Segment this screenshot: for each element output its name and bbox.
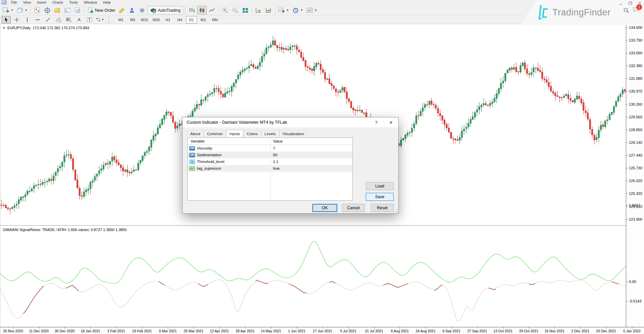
timeframe-w1[interactable]: W1 <box>198 16 209 23</box>
date-tick-mark <box>219 327 220 329</box>
variable-value-cell[interactable]: 1.1 <box>270 158 353 165</box>
timeframe-mn[interactable]: MN <box>209 16 220 23</box>
auto-scroll-button[interactable] <box>254 6 263 14</box>
cursor-tool[interactable] <box>2 16 11 23</box>
price-tick-label: 133.790 <box>629 38 642 42</box>
tile-windows-button[interactable] <box>241 6 250 14</box>
chat-icon[interactable]: 1 <box>633 7 639 14</box>
trendline-tool[interactable] <box>43 16 52 23</box>
menu-item-file[interactable]: File <box>8 0 20 5</box>
text-tool[interactable]: A <box>75 16 84 23</box>
resize-grip[interactable] <box>394 209 398 213</box>
templates-button[interactable]: ▼ <box>305 6 318 14</box>
periods-button[interactable]: ▼ <box>291 6 304 14</box>
profiles-button[interactable]: ▼ <box>15 6 29 14</box>
menu-item-window[interactable]: Window <box>81 0 100 5</box>
price-axis[interactable]: 134.500133.790133.090132.380131.680130.9… <box>626 24 644 334</box>
reset-button[interactable]: Reset <box>371 204 394 212</box>
zoom-out-button[interactable] <box>231 6 240 14</box>
news-button[interactable] <box>137 6 147 14</box>
zoom-in-button[interactable] <box>220 6 230 14</box>
menu-item-charts[interactable]: Charts <box>49 0 66 5</box>
minimize-button[interactable] <box>618 0 623 4</box>
date-tick-mark <box>13 327 13 329</box>
dialog-help-button[interactable]: ? <box>369 117 384 127</box>
date-tick-label: 6 Aug 2021 <box>391 329 409 333</box>
horizontal-line-tool[interactable] <box>33 16 42 23</box>
line-chart-mode-button[interactable] <box>207 6 217 14</box>
tab-about[interactable]: About <box>187 130 204 137</box>
table-row-lag_supressor[interactable]: lag_supressortrue <box>188 165 352 172</box>
date-tick-mark <box>477 327 478 329</box>
dialog-titlebar[interactable]: Custom Indicator - Damiani Volatmeter MT… <box>183 117 398 127</box>
metaeditor-button[interactable] <box>117 6 127 14</box>
tab-visualization[interactable]: Visualization <box>279 130 307 137</box>
timeframe-m15[interactable]: M15 <box>139 16 150 23</box>
history-center-button[interactable] <box>73 6 82 14</box>
candlestick-mode-button[interactable] <box>197 6 207 14</box>
crosshair-tool[interactable] <box>12 16 21 23</box>
timeframe-d1[interactable]: D1 <box>186 16 197 23</box>
fibonacci-tool[interactable]: F <box>64 16 73 23</box>
collapse-arrow-icon[interactable]: ▼ <box>3 26 5 30</box>
table-row-viscosity[interactable]: 123Viscosity7 <box>188 145 352 152</box>
timeframe-h1[interactable]: H1 <box>162 16 174 23</box>
notification-badge[interactable]: 1 <box>636 4 642 10</box>
variable-value-cell[interactable]: 50 <box>270 152 353 158</box>
load-button[interactable]: Load <box>366 182 394 190</box>
autotrading-button[interactable]: AutoTrading <box>147 6 183 14</box>
date-tick-mark <box>632 327 632 329</box>
vertical-line-tool[interactable] <box>22 16 32 23</box>
date-tick-mark <box>142 327 142 329</box>
community-button[interactable] <box>127 6 137 14</box>
int-type-icon: 123 <box>189 146 195 151</box>
pane-splitter[interactable] <box>0 225 626 226</box>
arrows-tool[interactable]: ▼ <box>95 16 104 23</box>
brand-name: TradingFinder <box>552 7 611 18</box>
mt4-application-window: FileViewInsertChartsToolsWindowHelp ▼ ▼ … <box>0 0 644 334</box>
price-tick-label: 130.970 <box>629 89 642 93</box>
chart-shift-button[interactable] <box>264 6 273 14</box>
new-order-button[interactable]: New Order <box>86 6 116 14</box>
equidistant-channel-tool[interactable]: E <box>54 16 63 23</box>
restore-button[interactable] <box>628 0 633 4</box>
date-tick-label: 24 Aug 2021 <box>416 329 436 333</box>
timeframe-m30[interactable]: M30 <box>151 16 162 23</box>
close-icon[interactable] <box>637 0 642 4</box>
new-chart-button[interactable]: ▼ <box>1 6 15 14</box>
table-row-threshold_level[interactable]: ½Threshold_level1.1 <box>188 158 352 165</box>
timeframe-m1[interactable]: M1 <box>115 16 127 23</box>
tab-colors[interactable]: Colors <box>243 130 261 137</box>
search-icon[interactable] <box>623 7 629 13</box>
tab-levels[interactable]: Levels <box>261 130 279 137</box>
variable-name: Threshold_level <box>197 158 224 165</box>
date-tick-mark <box>451 327 452 329</box>
price-tick-mark <box>626 66 628 66</box>
tab-common[interactable]: Common <box>204 130 226 137</box>
market-watch-button[interactable] <box>33 6 42 14</box>
dialog-close-icon[interactable]: ✕ <box>384 117 398 127</box>
indicators-button[interactable]: ▼ <box>277 6 290 14</box>
timeframe-h4[interactable]: H4 <box>174 16 185 23</box>
table-row-sedimentation[interactable]: 123Sedimentation50 <box>188 152 352 158</box>
bar-chart-mode-button[interactable] <box>187 6 197 14</box>
navigator-button[interactable] <box>43 6 52 14</box>
date-axis[interactable]: 25 Nov 202011 Dec 202030 Dec 202018 Jan … <box>0 327 644 334</box>
variable-value-cell[interactable]: 7 <box>270 145 353 152</box>
app-logo-icon <box>1 0 7 5</box>
menu-item-insert[interactable]: Insert <box>34 0 49 5</box>
strategy-tester-button[interactable] <box>63 6 72 14</box>
ok-button[interactable]: OK <box>312 204 337 212</box>
timeframe-m5[interactable]: M5 <box>127 16 138 23</box>
menu-item-view[interactable]: View <box>20 0 34 5</box>
variable-value-cell[interactable]: true <box>270 165 353 172</box>
terminal-button[interactable] <box>53 6 62 14</box>
menu-item-help[interactable]: Help <box>100 0 114 5</box>
toolbar-separator <box>218 7 219 14</box>
menu-item-tools[interactable]: Tools <box>66 0 81 5</box>
tab-inputs[interactable]: Inputs <box>226 130 243 137</box>
cancel-button[interactable]: Cancel <box>342 204 365 212</box>
text-label-tool[interactable]: T <box>85 16 94 23</box>
save-button[interactable]: Save <box>366 193 394 201</box>
price-tick-mark <box>626 104 628 105</box>
